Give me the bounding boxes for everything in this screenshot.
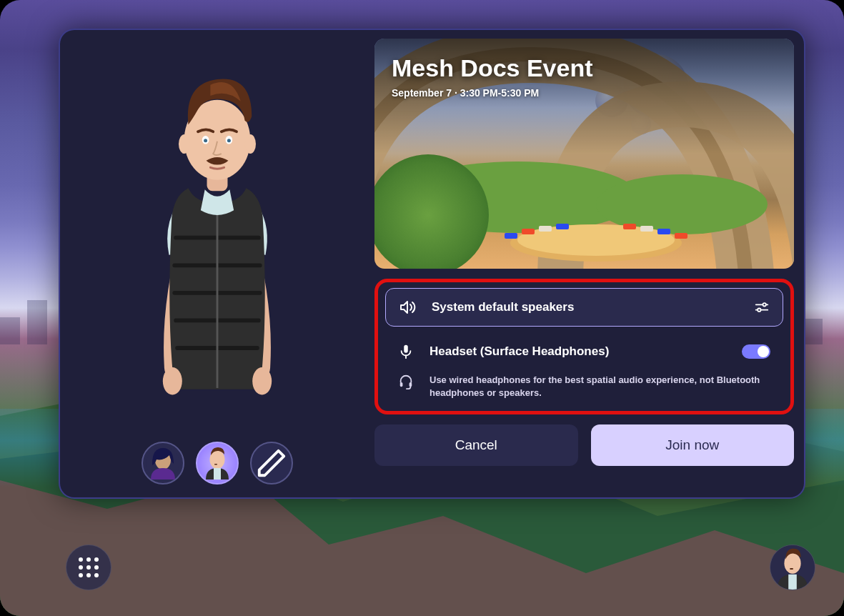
microphone-row: Headset (Surface Headphones)	[385, 334, 783, 369]
speakers-row[interactable]: System default speakers	[385, 288, 783, 327]
avatar-icon	[770, 545, 815, 590]
prejoin-modal: Mesh Docs Event September 7 · 3:30 PM-5:…	[59, 29, 805, 499]
svg-point-34	[758, 308, 760, 311]
svg-point-13	[252, 367, 272, 395]
join-now-button[interactable]: Join now	[591, 424, 795, 466]
audio-hint-text: Use wired headphones for the best spatia…	[430, 374, 770, 399]
avatar-selector-row	[60, 442, 374, 485]
svg-point-32	[763, 303, 765, 306]
svg-point-12	[163, 367, 182, 395]
svg-point-7	[245, 134, 256, 154]
svg-rect-17	[214, 464, 217, 465]
pencil-icon	[255, 447, 288, 480]
svg-point-6	[179, 134, 189, 154]
action-buttons: Cancel Join now	[374, 424, 794, 466]
svg-rect-35	[404, 345, 408, 353]
event-datetime: September 7 · 3:30 PM-5:30 PM	[392, 87, 539, 99]
avatar-3d-preview	[60, 30, 374, 497]
event-title: Mesh Docs Event	[392, 54, 593, 82]
audio-settings-card: System default speakers Headset (Surface…	[374, 279, 794, 414]
app-window: Mesh Docs Event September 7 · 3:30 PM-5:…	[0, 0, 844, 616]
headset-icon	[398, 374, 414, 389]
audio-hint-row: Use wired headphones for the best spatia…	[385, 369, 783, 405]
cancel-button[interactable]: Cancel	[374, 424, 578, 466]
speaker-icon	[399, 299, 416, 316]
microphone-toggle[interactable]	[742, 344, 770, 359]
profile-avatar-button[interactable]	[770, 545, 815, 590]
avatar-option-1[interactable]	[142, 442, 184, 485]
microphone-icon	[398, 344, 414, 359]
apps-grid-button[interactable]	[66, 545, 111, 590]
speakers-label: System default speakers	[432, 300, 738, 314]
avatar-preview-pane	[60, 30, 374, 497]
svg-marker-30	[401, 302, 407, 313]
svg-rect-37	[400, 382, 403, 387]
svg-rect-38	[409, 382, 412, 387]
avatar-option-2-selected[interactable]	[196, 442, 239, 485]
svg-point-11	[227, 139, 231, 142]
svg-point-9	[204, 139, 207, 142]
grid-icon	[79, 557, 99, 577]
edit-avatar-button[interactable]	[250, 442, 293, 485]
settings-sliders-icon[interactable]	[754, 299, 770, 315]
svg-rect-41	[790, 568, 793, 570]
microphone-label: Headset (Surface Headphones)	[430, 344, 726, 359]
event-hero: Mesh Docs Event September 7 · 3:30 PM-5:…	[374, 39, 794, 269]
